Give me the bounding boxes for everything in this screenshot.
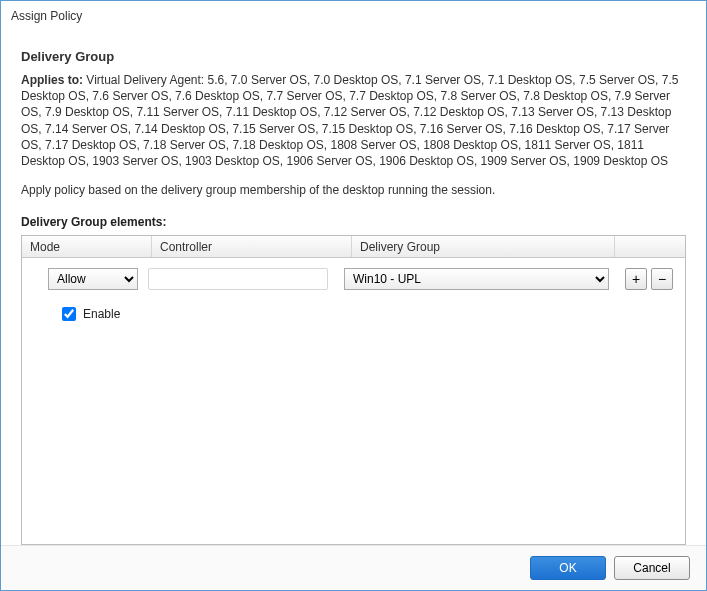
enable-label: Enable — [83, 307, 120, 321]
elements-grid: Mode Controller Delivery Group Allow Win… — [21, 235, 686, 545]
minus-icon: − — [658, 272, 666, 286]
plus-icon: + — [632, 272, 640, 286]
applies-to-text: Virtual Delivery Agent: 5.6, 7.0 Server … — [21, 73, 678, 168]
controller-input[interactable] — [148, 268, 328, 290]
remove-row-button[interactable]: − — [651, 268, 673, 290]
enable-row: Enable — [58, 304, 675, 324]
applies-to-block: Applies to: Virtual Delivery Agent: 5.6,… — [21, 72, 686, 169]
mode-select[interactable]: Allow — [48, 268, 138, 290]
col-header-actions — [615, 236, 685, 257]
col-header-delivery-group[interactable]: Delivery Group — [352, 236, 615, 257]
enable-checkbox[interactable] — [62, 307, 76, 321]
grid-header: Mode Controller Delivery Group — [22, 236, 685, 258]
col-header-mode[interactable]: Mode — [22, 236, 152, 257]
elements-label: Delivery Group elements: — [21, 215, 686, 229]
window-title: Assign Policy — [1, 1, 706, 27]
section-header: Delivery Group — [21, 49, 686, 64]
row-actions: + − — [625, 268, 673, 290]
dialog-footer: OK Cancel — [1, 545, 706, 590]
col-header-controller[interactable]: Controller — [152, 236, 352, 257]
delivery-group-select[interactable]: Win10 - UPL — [344, 268, 609, 290]
assign-policy-dialog: Assign Policy Delivery Group Applies to:… — [0, 0, 707, 591]
dialog-content: Delivery Group Applies to: Virtual Deliv… — [1, 27, 706, 545]
add-row-button[interactable]: + — [625, 268, 647, 290]
element-row: Allow Win10 - UPL + − — [32, 268, 675, 290]
grid-body: Allow Win10 - UPL + − — [22, 258, 685, 544]
policy-description: Apply policy based on the delivery group… — [21, 183, 686, 197]
cancel-button[interactable]: Cancel — [614, 556, 690, 580]
ok-button[interactable]: OK — [530, 556, 606, 580]
applies-to-label: Applies to: — [21, 73, 83, 87]
